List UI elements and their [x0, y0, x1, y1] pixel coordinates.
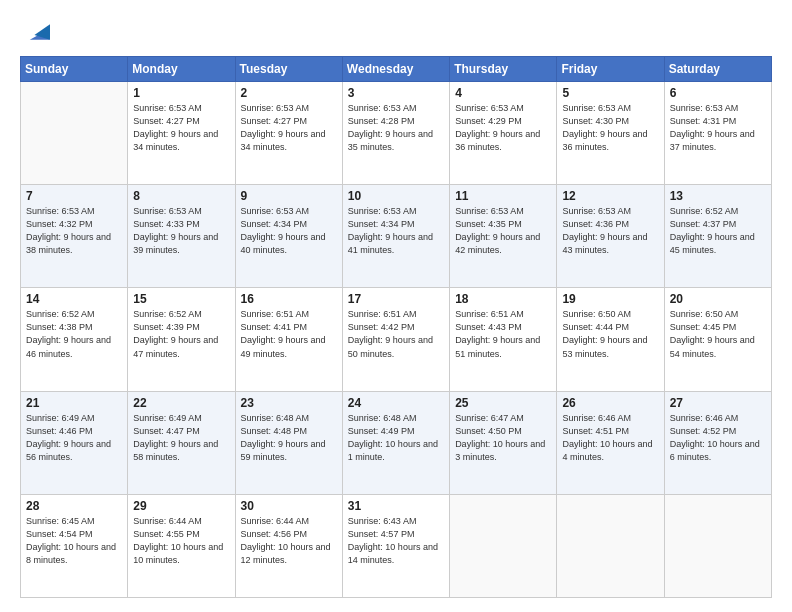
calendar-cell: 28Sunrise: 6:45 AMSunset: 4:54 PMDayligh…: [21, 494, 128, 597]
calendar-cell: 21Sunrise: 6:49 AMSunset: 4:46 PMDayligh…: [21, 391, 128, 494]
day-number: 20: [670, 292, 766, 306]
calendar-cell: 24Sunrise: 6:48 AMSunset: 4:49 PMDayligh…: [342, 391, 449, 494]
calendar-cell: [664, 494, 771, 597]
day-number: 16: [241, 292, 337, 306]
cell-info: Sunrise: 6:43 AMSunset: 4:57 PMDaylight:…: [348, 515, 444, 567]
week-row-5: 28Sunrise: 6:45 AMSunset: 4:54 PMDayligh…: [21, 494, 772, 597]
calendar-cell: 16Sunrise: 6:51 AMSunset: 4:41 PMDayligh…: [235, 288, 342, 391]
calendar-cell: 23Sunrise: 6:48 AMSunset: 4:48 PMDayligh…: [235, 391, 342, 494]
day-number: 14: [26, 292, 122, 306]
calendar-cell: 31Sunrise: 6:43 AMSunset: 4:57 PMDayligh…: [342, 494, 449, 597]
day-number: 15: [133, 292, 229, 306]
cell-info: Sunrise: 6:49 AMSunset: 4:46 PMDaylight:…: [26, 412, 122, 464]
day-number: 19: [562, 292, 658, 306]
header: [20, 18, 772, 46]
cell-info: Sunrise: 6:53 AMSunset: 4:30 PMDaylight:…: [562, 102, 658, 154]
day-number: 28: [26, 499, 122, 513]
cell-info: Sunrise: 6:52 AMSunset: 4:37 PMDaylight:…: [670, 205, 766, 257]
day-number: 12: [562, 189, 658, 203]
cell-info: Sunrise: 6:53 AMSunset: 4:27 PMDaylight:…: [241, 102, 337, 154]
calendar-cell: 6Sunrise: 6:53 AMSunset: 4:31 PMDaylight…: [664, 82, 771, 185]
cell-info: Sunrise: 6:50 AMSunset: 4:45 PMDaylight:…: [670, 308, 766, 360]
day-header-sunday: Sunday: [21, 57, 128, 82]
cell-info: Sunrise: 6:51 AMSunset: 4:41 PMDaylight:…: [241, 308, 337, 360]
day-number: 22: [133, 396, 229, 410]
cell-info: Sunrise: 6:48 AMSunset: 4:48 PMDaylight:…: [241, 412, 337, 464]
day-number: 1: [133, 86, 229, 100]
calendar-cell: [21, 82, 128, 185]
cell-info: Sunrise: 6:46 AMSunset: 4:52 PMDaylight:…: [670, 412, 766, 464]
day-number: 2: [241, 86, 337, 100]
cell-info: Sunrise: 6:45 AMSunset: 4:54 PMDaylight:…: [26, 515, 122, 567]
calendar-cell: 20Sunrise: 6:50 AMSunset: 4:45 PMDayligh…: [664, 288, 771, 391]
cell-info: Sunrise: 6:52 AMSunset: 4:38 PMDaylight:…: [26, 308, 122, 360]
calendar-cell: 3Sunrise: 6:53 AMSunset: 4:28 PMDaylight…: [342, 82, 449, 185]
calendar-cell: 12Sunrise: 6:53 AMSunset: 4:36 PMDayligh…: [557, 185, 664, 288]
cell-info: Sunrise: 6:51 AMSunset: 4:43 PMDaylight:…: [455, 308, 551, 360]
cell-info: Sunrise: 6:44 AMSunset: 4:55 PMDaylight:…: [133, 515, 229, 567]
day-number: 4: [455, 86, 551, 100]
calendar-cell: 7Sunrise: 6:53 AMSunset: 4:32 PMDaylight…: [21, 185, 128, 288]
calendar-cell: 11Sunrise: 6:53 AMSunset: 4:35 PMDayligh…: [450, 185, 557, 288]
cell-info: Sunrise: 6:53 AMSunset: 4:28 PMDaylight:…: [348, 102, 444, 154]
calendar-cell: 4Sunrise: 6:53 AMSunset: 4:29 PMDaylight…: [450, 82, 557, 185]
logo: [20, 18, 50, 46]
day-number: 18: [455, 292, 551, 306]
day-number: 6: [670, 86, 766, 100]
calendar-table: SundayMondayTuesdayWednesdayThursdayFrid…: [20, 56, 772, 598]
calendar-cell: 30Sunrise: 6:44 AMSunset: 4:56 PMDayligh…: [235, 494, 342, 597]
day-number: 5: [562, 86, 658, 100]
calendar-cell: 8Sunrise: 6:53 AMSunset: 4:33 PMDaylight…: [128, 185, 235, 288]
day-number: 30: [241, 499, 337, 513]
cell-info: Sunrise: 6:49 AMSunset: 4:47 PMDaylight:…: [133, 412, 229, 464]
calendar-cell: 9Sunrise: 6:53 AMSunset: 4:34 PMDaylight…: [235, 185, 342, 288]
calendar-header-row: SundayMondayTuesdayWednesdayThursdayFrid…: [21, 57, 772, 82]
calendar-cell: 22Sunrise: 6:49 AMSunset: 4:47 PMDayligh…: [128, 391, 235, 494]
cell-info: Sunrise: 6:46 AMSunset: 4:51 PMDaylight:…: [562, 412, 658, 464]
calendar-cell: 15Sunrise: 6:52 AMSunset: 4:39 PMDayligh…: [128, 288, 235, 391]
day-number: 23: [241, 396, 337, 410]
day-number: 25: [455, 396, 551, 410]
day-header-tuesday: Tuesday: [235, 57, 342, 82]
cell-info: Sunrise: 6:53 AMSunset: 4:31 PMDaylight:…: [670, 102, 766, 154]
week-row-1: 1Sunrise: 6:53 AMSunset: 4:27 PMDaylight…: [21, 82, 772, 185]
day-header-wednesday: Wednesday: [342, 57, 449, 82]
cell-info: Sunrise: 6:48 AMSunset: 4:49 PMDaylight:…: [348, 412, 444, 464]
day-number: 21: [26, 396, 122, 410]
day-number: 10: [348, 189, 444, 203]
day-header-thursday: Thursday: [450, 57, 557, 82]
day-number: 9: [241, 189, 337, 203]
day-number: 29: [133, 499, 229, 513]
calendar-cell: [450, 494, 557, 597]
cell-info: Sunrise: 6:52 AMSunset: 4:39 PMDaylight:…: [133, 308, 229, 360]
cell-info: Sunrise: 6:53 AMSunset: 4:34 PMDaylight:…: [348, 205, 444, 257]
calendar-cell: 1Sunrise: 6:53 AMSunset: 4:27 PMDaylight…: [128, 82, 235, 185]
calendar-cell: 25Sunrise: 6:47 AMSunset: 4:50 PMDayligh…: [450, 391, 557, 494]
logo-icon: [22, 18, 50, 46]
day-number: 26: [562, 396, 658, 410]
cell-info: Sunrise: 6:53 AMSunset: 4:32 PMDaylight:…: [26, 205, 122, 257]
day-number: 8: [133, 189, 229, 203]
cell-info: Sunrise: 6:53 AMSunset: 4:35 PMDaylight:…: [455, 205, 551, 257]
cell-info: Sunrise: 6:50 AMSunset: 4:44 PMDaylight:…: [562, 308, 658, 360]
cell-info: Sunrise: 6:53 AMSunset: 4:29 PMDaylight:…: [455, 102, 551, 154]
cell-info: Sunrise: 6:53 AMSunset: 4:27 PMDaylight:…: [133, 102, 229, 154]
cell-info: Sunrise: 6:53 AMSunset: 4:36 PMDaylight:…: [562, 205, 658, 257]
week-row-4: 21Sunrise: 6:49 AMSunset: 4:46 PMDayligh…: [21, 391, 772, 494]
week-row-3: 14Sunrise: 6:52 AMSunset: 4:38 PMDayligh…: [21, 288, 772, 391]
cell-info: Sunrise: 6:53 AMSunset: 4:33 PMDaylight:…: [133, 205, 229, 257]
cell-info: Sunrise: 6:44 AMSunset: 4:56 PMDaylight:…: [241, 515, 337, 567]
day-header-friday: Friday: [557, 57, 664, 82]
calendar-cell: 13Sunrise: 6:52 AMSunset: 4:37 PMDayligh…: [664, 185, 771, 288]
cell-info: Sunrise: 6:47 AMSunset: 4:50 PMDaylight:…: [455, 412, 551, 464]
calendar-cell: 19Sunrise: 6:50 AMSunset: 4:44 PMDayligh…: [557, 288, 664, 391]
week-row-2: 7Sunrise: 6:53 AMSunset: 4:32 PMDaylight…: [21, 185, 772, 288]
day-header-monday: Monday: [128, 57, 235, 82]
cell-info: Sunrise: 6:51 AMSunset: 4:42 PMDaylight:…: [348, 308, 444, 360]
day-number: 13: [670, 189, 766, 203]
calendar-cell: 10Sunrise: 6:53 AMSunset: 4:34 PMDayligh…: [342, 185, 449, 288]
cell-info: Sunrise: 6:53 AMSunset: 4:34 PMDaylight:…: [241, 205, 337, 257]
calendar-cell: 2Sunrise: 6:53 AMSunset: 4:27 PMDaylight…: [235, 82, 342, 185]
calendar-cell: 17Sunrise: 6:51 AMSunset: 4:42 PMDayligh…: [342, 288, 449, 391]
day-number: 27: [670, 396, 766, 410]
